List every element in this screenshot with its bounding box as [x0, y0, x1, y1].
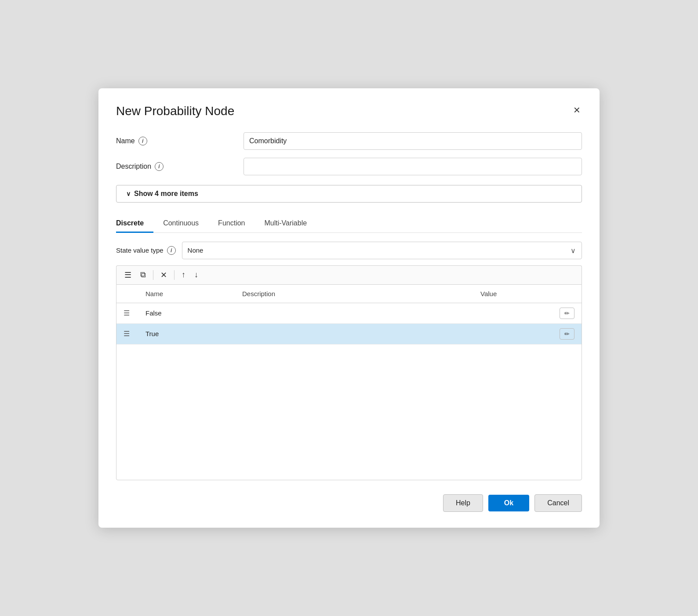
states-table-container: Name Description Value ☰ False ✏: [116, 284, 582, 481]
row-edit-true[interactable]: ✏: [553, 323, 582, 344]
description-input[interactable]: [244, 158, 582, 175]
chevron-down-icon: ∨: [126, 190, 131, 197]
tab-bar: Discrete Continuous Function Multi-Varia…: [116, 215, 582, 233]
col-header-name: Name: [138, 285, 235, 303]
toolbar-divider: [153, 270, 153, 280]
delete-state-button[interactable]: ✕: [157, 268, 171, 282]
name-input[interactable]: [244, 132, 582, 150]
copy-icon: ⧉: [140, 270, 146, 279]
cancel-button[interactable]: Cancel: [534, 494, 582, 512]
states-table: Name Description Value ☰ False ✏: [116, 285, 582, 344]
row-name-false: False: [138, 303, 235, 323]
ok-button[interactable]: Ok: [488, 495, 529, 511]
delete-icon: ✕: [160, 270, 167, 280]
state-value-info-icon: i: [167, 246, 176, 255]
col-header-actions: [553, 285, 582, 303]
move-up-button[interactable]: ↑: [178, 268, 189, 281]
row-drag-icon: ☰: [116, 323, 138, 344]
name-row: Name i: [116, 132, 582, 150]
row-value-true: [473, 323, 553, 344]
list-icon: ☰: [124, 270, 131, 280]
description-label: Description i: [116, 162, 244, 171]
tab-multi-variable[interactable]: Multi-Variable: [254, 215, 316, 233]
dialog-header: New Probability Node ×: [116, 104, 582, 118]
edit-true-button[interactable]: ✏: [560, 328, 574, 340]
close-button[interactable]: ×: [572, 104, 582, 116]
table-toolbar: ☰ ⧉ ✕ ↑ ↓: [116, 265, 582, 284]
description-info-icon: i: [155, 162, 164, 171]
row-name-true: True: [138, 323, 235, 344]
dialog-title: New Probability Node: [116, 104, 234, 118]
name-info-icon: i: [138, 137, 147, 145]
row-drag-icon: ☰: [116, 303, 138, 323]
col-header-description: Description: [235, 285, 473, 303]
state-value-type-row: State value type i None Integer Real Str…: [116, 242, 582, 259]
col-header-icon: [116, 285, 138, 303]
row-description-false: [235, 303, 473, 323]
row-value-false: [473, 303, 553, 323]
state-value-label: State value type i: [116, 246, 176, 255]
dialog-footer: Help Ok Cancel: [116, 494, 582, 512]
name-label: Name i: [116, 137, 244, 145]
tab-discrete[interactable]: Discrete: [116, 215, 153, 233]
toolbar-divider-2: [174, 270, 174, 280]
table-row[interactable]: ☰ True ✏: [116, 323, 582, 344]
dialog: New Probability Node × Name i Descriptio…: [98, 88, 600, 528]
state-value-select-wrapper: None Integer Real String ∨: [182, 242, 582, 259]
show-more-button[interactable]: ∨ Show 4 more items: [116, 185, 582, 203]
table-header-row: Name Description Value: [116, 285, 582, 303]
state-value-select[interactable]: None Integer Real String: [182, 242, 582, 259]
show-more-label: Show 4 more items: [134, 190, 198, 198]
row-edit-false[interactable]: ✏: [553, 303, 582, 323]
edit-false-button[interactable]: ✏: [560, 308, 574, 319]
states-table-body-area: Name Description Value ☰ False ✏: [116, 285, 582, 425]
arrow-down-icon: ↓: [194, 270, 198, 279]
row-description-true: [235, 323, 473, 344]
arrow-up-icon: ↑: [182, 270, 185, 279]
help-button[interactable]: Help: [443, 494, 483, 512]
description-row: Description i: [116, 158, 582, 175]
table-row[interactable]: ☰ False ✏: [116, 303, 582, 323]
add-state-button[interactable]: ☰: [121, 268, 135, 282]
col-header-value: Value: [473, 285, 553, 303]
tab-function[interactable]: Function: [208, 215, 254, 233]
tab-continuous[interactable]: Continuous: [153, 215, 208, 233]
copy-state-button[interactable]: ⧉: [137, 268, 149, 281]
move-down-button[interactable]: ↓: [191, 268, 202, 281]
